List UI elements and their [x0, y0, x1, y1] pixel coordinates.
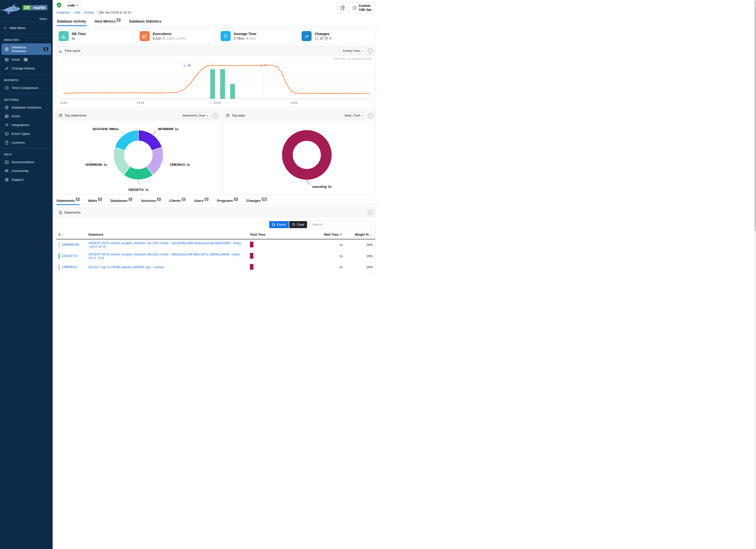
- copy-button[interactable]: [337, 2, 348, 14]
- metric-card-db-time: DB Time5s: [56, 29, 133, 43]
- doc-icon: [5, 160, 9, 164]
- double-chevron-left-icon: «: [4, 26, 6, 30]
- time-range-button[interactable]: Custom 13th Jan: [349, 2, 374, 14]
- clear-button[interactable]: Clear: [289, 221, 307, 228]
- brand: DBmarlin: [23, 6, 47, 10]
- breadcrumb-link[interactable]: crdb: [74, 11, 80, 14]
- waits-chart-select[interactable]: Waits Chart▾: [342, 113, 365, 119]
- statement-link[interactable]: UPSERT INTO vehicle_location_histories V…: [88, 241, 242, 248]
- sidebar-section-settings: SETTINGSDatabase InstancesHostsIntegrati…: [0, 94, 53, 148]
- card-count: 0: [329, 37, 331, 40]
- statement-color-key: [59, 264, 60, 270]
- export-button[interactable]: Export: [269, 221, 289, 228]
- sidebar-item-database-instances[interactable]: Database Instances1: [2, 43, 51, 55]
- tab-host-metrics[interactable]: Host Metrics0: [94, 19, 121, 26]
- total-time-bar: [250, 242, 253, 247]
- collapse-icon[interactable]: –: [213, 113, 218, 118]
- sidebar-item-documentation[interactable]: Documentation: [2, 158, 51, 166]
- instance-selector[interactable]: crdb ▾: [64, 2, 81, 9]
- card-main-value: 0.79ms: [234, 37, 244, 40]
- tab-database-statistics[interactable]: Database Statistics: [129, 19, 162, 26]
- support-icon: [5, 177, 9, 182]
- statement-id-link[interactable]: 1845898166: [62, 243, 79, 246]
- column-header-total-time: Total Time: [247, 231, 294, 239]
- tab-label: Clients: [169, 199, 181, 203]
- count-badge: 2: [205, 198, 209, 201]
- column-label: #: [59, 233, 60, 236]
- breadcrumb-link[interactable]: Instances: [56, 11, 70, 14]
- top-waits-chart[interactable]: executing: 5s: [223, 120, 375, 195]
- tab-sessions[interactable]: Sessions2: [141, 199, 161, 205]
- sort-icon[interactable]: [339, 233, 343, 236]
- statement-link[interactable]: SELECT city, id FROM vehicles WHERE city…: [88, 265, 164, 269]
- sidebar-section-help: HELPDocumentationCommunitySupport: [0, 148, 53, 185]
- sidebar-item-database-instances[interactable]: Database Instances: [2, 103, 51, 112]
- sidebar-item-event-types[interactable]: Event Types: [2, 130, 51, 138]
- column-header--[interactable]: #: [56, 231, 86, 239]
- sidebar-item-label: Hosts: [12, 114, 20, 118]
- collapse-icon[interactable]: –: [368, 113, 373, 118]
- chevron-down-icon: ▾: [207, 115, 208, 117]
- activity-chart-select[interactable]: Activity Chart▾: [340, 48, 365, 54]
- tab-databases[interactable]: Databases1: [111, 199, 132, 205]
- sidebar-item-label: Event Types: [12, 132, 30, 136]
- tab-database-activity[interactable]: Database Activity: [56, 19, 86, 26]
- tab-clients[interactable]: Clients2: [169, 199, 186, 205]
- donut-slice: [115, 130, 138, 151]
- tab-users[interactable]: Users2: [194, 199, 208, 205]
- collapse-icon[interactable]: –: [368, 210, 373, 215]
- top-statements-chart[interactable]: 887898099: 1s139638413: 1s326238714: 1s1…: [56, 120, 221, 195]
- x-tick-label: 15:00: [214, 101, 221, 104]
- count-badge: 2: [182, 198, 186, 201]
- panel-title: Top waits: [232, 114, 245, 117]
- search-input[interactable]: [310, 221, 372, 228]
- statement-id-link[interactable]: 326238714: [62, 254, 77, 258]
- community-icon: [5, 169, 9, 173]
- count-badge: 5: [76, 198, 80, 201]
- sidebar-nav: ANALYSISDatabase Instances1Hosts0⇄Change…: [0, 34, 53, 185]
- statement-link[interactable]: UPSERT INTO vehicle_location_histories V…: [88, 253, 240, 260]
- clock-icon: [352, 6, 357, 10]
- column-header-weight-[interactable]: Weight %: [345, 231, 375, 239]
- sidebar-item-community[interactable]: Community: [2, 167, 51, 175]
- statements-table: #StatementTotal TimeWait TimeWeight % 18…: [56, 231, 375, 275]
- line-chart-icon: [140, 31, 150, 41]
- sort-icon[interactable]: [369, 233, 373, 236]
- tab-waits[interactable]: Waits1: [88, 199, 102, 205]
- sidebar-section-title: HELP: [0, 151, 53, 157]
- sidebar-item-hosts[interactable]: Hosts: [2, 112, 51, 120]
- trend-up-icon: ↗: [246, 37, 248, 40]
- breadcrumb-link[interactable]: Activity: [84, 11, 94, 14]
- statement-id-link[interactable]: 139638413: [62, 265, 77, 269]
- sidebar-item-hosts[interactable]: Hosts0: [2, 55, 51, 64]
- collapse-icon[interactable]: –: [368, 48, 373, 53]
- statements-panel: Statements – Export Clear #StatementTota…: [56, 208, 375, 275]
- clock-icon: [221, 31, 231, 41]
- sidebar-item-time-comparison[interactable]: Time Comparison: [2, 84, 51, 92]
- card-main-value: 6,320: [153, 37, 161, 40]
- sidebar-item-label: Change History: [12, 66, 35, 70]
- time-spent-chart[interactable]: 14:5014:5515:0015:05Peak Time: 2s, Execu…: [56, 56, 375, 108]
- pie-chart-icon: [59, 114, 62, 117]
- sidebar-item-licences[interactable]: Licences: [2, 138, 51, 147]
- tab-changes[interactable]: Changes20: [246, 199, 267, 205]
- sidebar-item-change-history[interactable]: ⇄Change History: [2, 64, 51, 72]
- sidebar-item-integrations[interactable]: Integrations: [2, 121, 51, 129]
- card-value: 5s: [72, 37, 86, 40]
- table-row: 139638413SELECT city, id FROM vehicles W…: [56, 262, 375, 273]
- donut-label: executing: 5s: [312, 185, 332, 189]
- column-header-wait-time[interactable]: Wait Time: [294, 231, 345, 239]
- donut-label: 139638413: 1s: [170, 163, 190, 166]
- total-time-bar: [250, 253, 253, 259]
- tab-label: Changes: [246, 199, 261, 203]
- metric-card-executions: Executions6,320↗2,830 (123%): [137, 29, 214, 43]
- hide-menu-button[interactable]: « Hide Menu: [0, 22, 53, 34]
- sort-icon[interactable]: [60, 233, 64, 236]
- statement-color-key: [59, 242, 60, 248]
- info-icon: [315, 37, 318, 40]
- app-logo[interactable]: DBmarlin Starter: [0, 0, 53, 22]
- sidebar-item-support[interactable]: Support: [2, 175, 51, 184]
- tab-statements[interactable]: Statements5: [56, 199, 80, 205]
- tab-programs[interactable]: Programs2: [217, 199, 238, 205]
- statements-chart-select[interactable]: Statements Chart▾: [179, 113, 211, 119]
